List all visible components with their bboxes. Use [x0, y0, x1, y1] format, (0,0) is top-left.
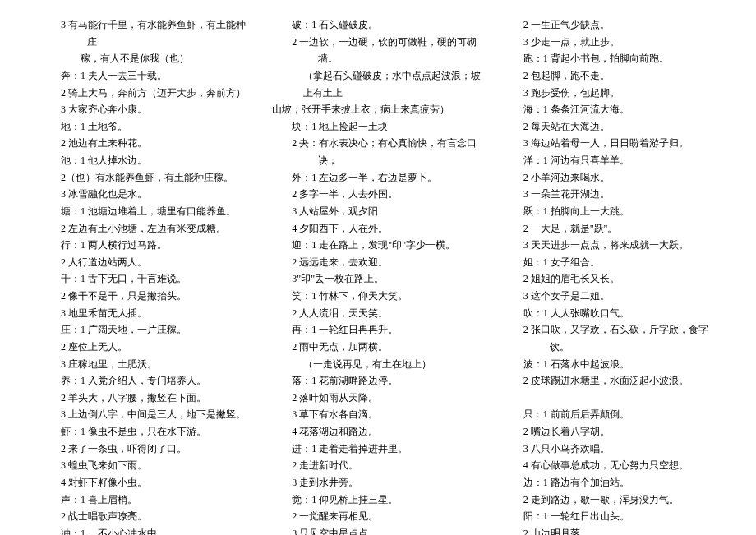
- column-1: 3 有马能行千里，有水能养鱼虾，有土能种庄 稼，有人不是你我（也）奔：1 夫人一…: [41, 16, 252, 519]
- text-line: 3 这个女子是二姐。: [504, 288, 715, 305]
- text-line: 2 远远走来，去欢迎。: [272, 254, 483, 271]
- text-line: 3 跑步受伤，包起脚。: [504, 85, 715, 102]
- text-line: 2 池边有土来种花。: [41, 135, 252, 152]
- text-line: 2 羊头大，八字腰，撇竖在下面。: [41, 390, 252, 407]
- text-line: 2 一大足，就是"跃"。: [504, 220, 715, 238]
- text-line: 稼，有人不是你我（也）: [41, 50, 252, 67]
- text-line: 波：1 石落水中起波浪。: [504, 356, 715, 373]
- text-line: 2 皮球踢进水塘里，水面泛起小波浪。: [504, 372, 715, 390]
- text-line: 姐：1 女子组合。: [504, 254, 715, 271]
- text-line: 2 夬：有水表决心；有心真愉快，有言念口诀；: [272, 135, 483, 168]
- text-line: 2 人行道边站两人。: [41, 254, 252, 271]
- text-line: 海：1 条条江河流大海。: [504, 101, 715, 118]
- text-line: [504, 390, 715, 407]
- text-line: 觉：1 仰见桥上挂三星。: [272, 491, 483, 509]
- text-line: 2 左边有土小池塘，左边有米变成糖。: [41, 220, 252, 238]
- text-line: 跑：1 背起小书包，拍脚向前跑。: [504, 50, 715, 67]
- text-line: 2 包起脚，跑不走。: [504, 67, 715, 85]
- text-line: 迎：1 走在路上，发现"印"字少一横。: [272, 237, 483, 254]
- text-line: 4 花落湖边和路边。: [272, 423, 483, 440]
- text-line: 2 山边明月落。: [504, 525, 715, 535]
- text-line: 2 一觉醒来再相见。: [272, 508, 483, 525]
- text-line: （拿起石头碰破皮；水中点点起波浪；坡上有土上: [272, 67, 483, 101]
- text-line: 3 地里禾苗无人插。: [41, 305, 252, 322]
- text-line: 声：1 喜上眉梢。: [41, 491, 252, 509]
- text-line: 池：1 他人掉水边。: [41, 152, 252, 169]
- text-line: 3 上边倒八字，中间是三人，地下是撇竖。: [41, 406, 252, 423]
- text-line: 4 有心做事总成功，无心努力只空想。: [504, 457, 715, 474]
- text-line: 3 天天进步一点点，将来成就一大跃。: [504, 237, 715, 254]
- text-line: 2 姐姐的眉毛长又长。: [504, 270, 715, 288]
- text-line: 2 雨中无点，加两横。: [272, 339, 483, 356]
- text-line: 2 一边软，一边硬，软的可做鞋，硬的可砌墙。: [272, 34, 483, 67]
- text-line: 笑：1 竹林下，仰天大笑。: [272, 288, 483, 305]
- text-line: 2 骑上大马，奔前方（迈开大步，奔前方）: [41, 85, 252, 102]
- text-line: 块：1 地上捡起一土块: [272, 118, 483, 136]
- column-3: 2 一生正气少缺点。3 少走一点，就止步。跑：1 背起小书包，拍脚向前跑。2 包…: [504, 16, 715, 519]
- text-line: 3 一朵兰花开湖边。: [504, 186, 715, 203]
- text-line: 2 嘴边长着八字胡。: [504, 423, 715, 440]
- text-line: 3 少走一点，就止步。: [504, 34, 715, 51]
- text-line: 洋：1 河边有只喜羊羊。: [504, 152, 715, 169]
- text-line: 2 战士唱歌声嘹亮。: [41, 508, 252, 525]
- text-line: 3 冰雪融化也是水。: [41, 186, 252, 203]
- text-line: 4 对虾下籽像小虫。: [41, 474, 252, 491]
- text-line: 3 有马能行千里，有水能养鱼虾，有土能种庄: [41, 16, 252, 50]
- text-line: 4 夕阳西下，人在外。: [272, 220, 483, 238]
- text-line: 只：1 前前后后弄颠倒。: [504, 406, 715, 423]
- text-line: 边：1 路边有个加油站。: [504, 474, 715, 491]
- text-line: 进：1 走着走着掉进井里。: [272, 440, 483, 458]
- text-line: 庄：1 广阔天地，一片庄稼。: [41, 321, 252, 339]
- text-line: 养：1 入党介绍人，专门培养人。: [41, 372, 252, 390]
- text-line: 3 走到水井旁。: [272, 474, 483, 491]
- text-line: 3"印"丢一枚在路上。: [272, 270, 483, 288]
- text-line: 2 张口吹，又字欢，石头砍，斤字欣，食字饮。: [504, 321, 715, 355]
- text-line: 3 大家齐心奔小康。: [41, 101, 252, 118]
- text-line: 虾：1 像虫不是虫，只在水下游。: [41, 423, 252, 440]
- text-line: 3 庄稼地里，土肥沃。: [41, 356, 252, 373]
- text-line: 外：1 左边多一半，右边是萝卜。: [272, 169, 483, 187]
- text-line: 千：1 舌下无口，千言难说。: [41, 270, 252, 288]
- text-line: 2 多字一半，人去外国。: [272, 186, 483, 203]
- text-line: 2（也）有水能养鱼虾，有土能种庄稼。: [41, 169, 252, 187]
- text-line: 阳：1 一轮红日出山头。: [504, 508, 715, 525]
- text-line: 3 蝗虫飞来如下雨。: [41, 457, 252, 474]
- text-line: 3 八只小鸟齐欢唱。: [504, 440, 715, 458]
- text-line: 跃：1 拍脚向上一大跳。: [504, 203, 715, 220]
- text-line: 行：1 两人横行过马路。: [41, 237, 252, 254]
- column-2: 破：1 石头碰破皮。2 一边软，一边硬，软的可做鞋，硬的可砌墙。（拿起石头碰破皮…: [272, 16, 483, 519]
- text-line: 破：1 石头碰破皮。: [272, 16, 483, 34]
- text-line: 2 一生正气少缺点。: [504, 16, 715, 34]
- text-line: 2 每天站在大海边。: [504, 118, 715, 136]
- text-line: 再：1 一轮红日冉冉升。: [272, 321, 483, 339]
- text-line: 2 人人流泪，天天笑。: [272, 305, 483, 322]
- document-columns: 3 有马能行千里，有水能养鱼虾，有土能种庄 稼，有人不是你我（也）奔：1 夫人一…: [41, 16, 715, 519]
- text-line: 吹：1 人人张嘴吹口气。: [504, 305, 715, 322]
- text-line: 2 落叶如雨从天降。: [272, 390, 483, 407]
- text-line: 2 像干不是干，只是撇抬头。: [41, 288, 252, 305]
- text-line: 3 人站屋外，观夕阳: [272, 203, 483, 220]
- text-line: 冲：1 一不小心冲水中。: [41, 525, 252, 535]
- text-line: （一走说再见，有土在地上）: [272, 356, 483, 373]
- text-line: 3 海边站着母一人，日日盼着游子归。: [504, 135, 715, 152]
- text-line: 3 草下有水各自滴。: [272, 406, 483, 423]
- text-line: 2 走到路边，歇一歇，浑身没力气。: [504, 491, 715, 509]
- text-line: 2 小羊河边来喝水。: [504, 169, 715, 187]
- text-line: 2 走进新时代。: [272, 457, 483, 474]
- text-line: 地：1 土地爷。: [41, 118, 252, 136]
- text-line: 落：1 花前湖畔路边停。: [272, 372, 483, 390]
- text-line: 奔：1 夫人一去三十载。: [41, 67, 252, 85]
- text-line: 3 只见空中星点点。: [272, 525, 483, 535]
- text-line: 2 座位上无人。: [41, 339, 252, 356]
- text-line: 2 来了一条虫，吓得闭了口。: [41, 440, 252, 458]
- text-line: 塘：1 池塘边堆着土，塘里有口能养鱼。: [41, 203, 252, 220]
- text-line: 山坡；张开手来披上衣；病上来真疲劳）: [272, 101, 483, 118]
